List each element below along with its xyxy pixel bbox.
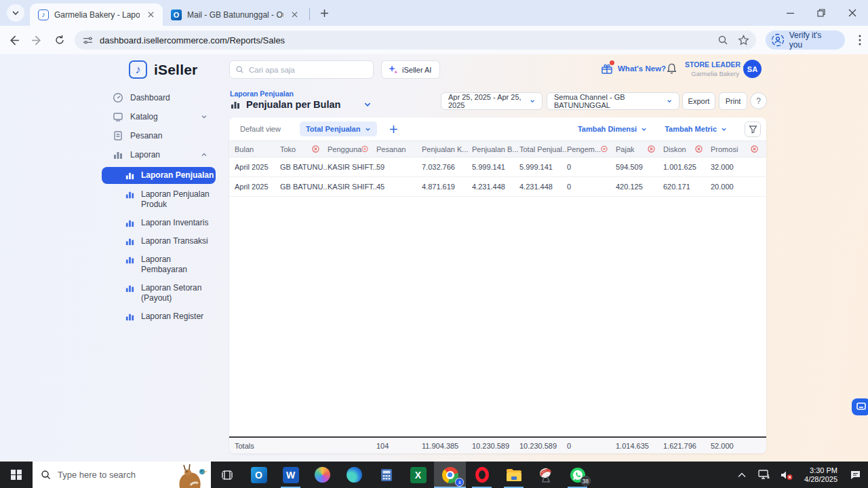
back-button[interactable] bbox=[4, 31, 23, 50]
chevron-down-icon bbox=[667, 98, 672, 105]
taskbar-search-input[interactable] bbox=[58, 470, 159, 480]
print-button[interactable]: Print bbox=[719, 92, 747, 110]
taskbar-opera-icon[interactable] bbox=[466, 462, 498, 488]
whatsapp-badge: 38 bbox=[580, 476, 591, 486]
global-search-input[interactable] bbox=[249, 66, 368, 74]
sidebar-item-laporan-penjualan[interactable]: Laporan Penjualan bbox=[102, 167, 216, 184]
volume-muted-icon[interactable] bbox=[778, 462, 795, 488]
table-row[interactable]: April 2025 GB BATUNU... KASIR SHIFT... 4… bbox=[229, 177, 766, 197]
sidebar-item-dashboard[interactable]: Dashboard bbox=[102, 88, 216, 107]
sidebar-item-laporan-inventaris[interactable]: Laporan Inventaris bbox=[102, 214, 216, 232]
add-metric-button[interactable]: Tambah Metric bbox=[665, 125, 727, 133]
site-settings-icon[interactable] bbox=[83, 35, 93, 45]
chat-widget-button[interactable] bbox=[852, 398, 868, 415]
cell-total-penjualan: 4.231.448 bbox=[519, 183, 567, 191]
sidebar-item-laporan-setoran[interactable]: Laporan Setoran (Payout) bbox=[102, 279, 216, 307]
new-tab-button[interactable] bbox=[315, 4, 333, 22]
browser-menu-icon[interactable] bbox=[852, 35, 868, 45]
action-center-icon[interactable] bbox=[846, 462, 864, 488]
search-icon bbox=[235, 65, 244, 74]
tab-title: Mail - GB Batununggal - Outloc bbox=[187, 10, 283, 20]
tab-close-icon[interactable] bbox=[289, 10, 300, 20]
account-switcher[interactable]: STORE LEADER ... Garmelia Bakery bbox=[685, 60, 739, 77]
avatar[interactable]: SA bbox=[743, 60, 762, 78]
taskbar-copilot-icon[interactable] bbox=[307, 462, 338, 488]
browser-tab-garmelia[interactable]: ♪ Garmelia Bakery - Laporan - Pe bbox=[30, 3, 163, 26]
date-range-picker[interactable]: Apr 25, 2025 - Apr 25, 2025 bbox=[441, 92, 542, 110]
iseller-logo[interactable]: ♪ iSeller bbox=[129, 60, 197, 79]
minimize-button[interactable] bbox=[774, 0, 806, 26]
iseller-favicon: ♪ bbox=[38, 10, 49, 20]
restore-button[interactable] bbox=[806, 0, 837, 26]
taskbar-outlook-icon[interactable]: O bbox=[243, 462, 275, 488]
column-header-bulan[interactable]: Bulan bbox=[235, 145, 280, 153]
system-tray: 3:30 PM 4/28/2025 bbox=[733, 462, 868, 488]
taskbar-edge-icon[interactable] bbox=[338, 462, 370, 488]
whats-new-button[interactable]: What's New? bbox=[601, 62, 666, 75]
taskbar-excel-icon[interactable]: X bbox=[402, 462, 434, 488]
taskbar-word-icon[interactable]: W bbox=[275, 462, 307, 488]
metric-pill[interactable]: Total Penjualan bbox=[300, 121, 377, 136]
url-text[interactable]: dashboard.isellercommerce.com/Reports/Sa… bbox=[100, 35, 717, 45]
column-header-pesanan[interactable]: Pesanan bbox=[376, 145, 422, 153]
sidebar-item-laporan-transaksi[interactable]: Laporan Transaksi bbox=[102, 232, 216, 250]
chevron-down-icon[interactable] bbox=[363, 100, 372, 109]
channel-selector[interactable]: Semua Channel - GB BATUNUNGGAL bbox=[547, 92, 679, 110]
cell-toko: GB BATUNU... bbox=[280, 183, 328, 191]
sidebar-item-laporan-pembayaran[interactable]: Laporan Pembayaran bbox=[102, 250, 216, 279]
remove-column-icon[interactable] bbox=[751, 145, 758, 153]
remove-column-icon[interactable] bbox=[601, 145, 608, 153]
taskbar-file-explorer-icon[interactable] bbox=[498, 462, 530, 488]
clock-time: 3:30 PM bbox=[804, 466, 837, 475]
column-header-penjualan-bersih[interactable]: Penjualan B... bbox=[472, 145, 519, 153]
column-header-diskon[interactable]: Diskon bbox=[663, 145, 711, 153]
taskbar-satellite-dish-icon[interactable] bbox=[530, 462, 561, 488]
taskbar-search[interactable] bbox=[33, 462, 211, 488]
sidebar-item-pesanan[interactable]: Pesanan bbox=[102, 126, 216, 145]
remove-column-icon[interactable] bbox=[312, 145, 319, 153]
add-view-button[interactable] bbox=[387, 122, 400, 136]
add-dimension-button[interactable]: Tambah Dimensi bbox=[578, 125, 647, 133]
tray-chevron-up-icon[interactable] bbox=[733, 462, 751, 488]
tab-close-icon[interactable] bbox=[145, 10, 156, 20]
address-bar[interactable]: dashboard.isellercommerce.com/Reports/Sa… bbox=[75, 31, 756, 50]
column-header-total-penjualan[interactable]: Total Penjual... bbox=[519, 145, 567, 153]
filter-button[interactable] bbox=[745, 121, 761, 137]
browser-tab-outlook[interactable]: O Mail - GB Batununggal - Outloc bbox=[163, 3, 307, 26]
table-row[interactable]: April 2025 GB BATUNU... KASIR SHIFT... 5… bbox=[229, 157, 766, 177]
breadcrumb[interactable]: Laporan Penjualan bbox=[230, 90, 294, 98]
clock-date: 4/28/2025 bbox=[804, 475, 837, 484]
notifications-bell-icon[interactable] bbox=[666, 62, 677, 77]
task-view-button[interactable] bbox=[211, 462, 243, 488]
column-header-pajak[interactable]: Pajak bbox=[616, 145, 663, 153]
iseller-ai-button[interactable]: iSeller AI bbox=[381, 60, 440, 79]
sidebar-item-katalog[interactable]: Katalog bbox=[102, 107, 216, 126]
sidebar-item-laporan[interactable]: Laporan bbox=[102, 145, 216, 164]
sidebar-item-laporan-penjualan-produk[interactable]: Laporan Penjualan Produk bbox=[102, 185, 216, 214]
taskbar-calculator-icon[interactable] bbox=[370, 462, 402, 488]
column-header-penjualan-kotor[interactable]: Penjualan K... bbox=[422, 145, 472, 153]
bookmark-star-icon[interactable] bbox=[738, 35, 749, 46]
remove-column-icon[interactable] bbox=[361, 145, 368, 153]
export-button[interactable]: Export bbox=[682, 92, 715, 110]
taskbar-chrome-icon[interactable] bbox=[434, 462, 466, 488]
help-button[interactable]: ? bbox=[750, 92, 767, 109]
taskbar-whatsapp-icon[interactable]: 38 bbox=[561, 462, 593, 488]
forward-button[interactable] bbox=[27, 31, 46, 50]
reload-button[interactable] bbox=[50, 31, 69, 50]
zoom-icon[interactable] bbox=[717, 35, 728, 45]
close-window-button[interactable] bbox=[837, 0, 868, 26]
global-search[interactable] bbox=[229, 60, 374, 79]
column-header-toko[interactable]: Toko bbox=[280, 145, 328, 153]
tab-search-button[interactable] bbox=[7, 4, 24, 22]
column-header-promosi[interactable]: Promosi bbox=[711, 145, 766, 153]
clock[interactable]: 3:30 PM 4/28/2025 bbox=[800, 466, 842, 484]
remove-column-icon[interactable] bbox=[695, 145, 703, 153]
column-header-pengembalian[interactable]: Pengem... bbox=[567, 145, 616, 153]
sidebar-item-laporan-register[interactable]: Laporan Register bbox=[102, 307, 216, 326]
remove-column-icon[interactable] bbox=[648, 145, 655, 153]
start-button[interactable] bbox=[0, 462, 33, 488]
network-icon[interactable] bbox=[755, 462, 773, 488]
verify-profile-button[interactable]: Verify it's you bbox=[766, 31, 845, 50]
column-header-pengguna[interactable]: Pengguna bbox=[328, 145, 376, 153]
